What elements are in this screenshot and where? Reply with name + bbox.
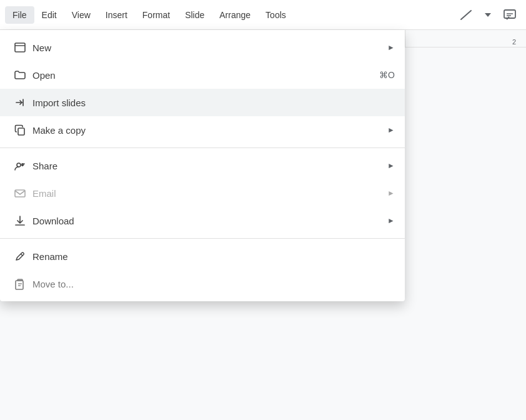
menubar-item-slide[interactable]: Slide [177, 6, 212, 24]
menubar-item-format[interactable]: Format [135, 6, 177, 24]
menubar-item-arrange[interactable]: Arrange [212, 6, 258, 24]
ruler-area: 2 [405, 30, 526, 48]
line-tool-dropdown[interactable] [482, 4, 494, 26]
menu-item-email-label: Email [32, 188, 382, 199]
divider-1 [0, 148, 405, 148]
comment-icon[interactable] [499, 4, 521, 26]
menu-item-make-copy-label: Make a copy [32, 125, 382, 136]
share-icon [10, 159, 30, 172]
menu-item-email[interactable]: Email ► [0, 179, 405, 207]
ruler-number: 2 [512, 38, 516, 46]
menubar-item-tools[interactable]: Tools [258, 6, 294, 24]
menu-item-import-slides[interactable]: Import slides [0, 89, 405, 116]
menubar-item-edit[interactable]: Edit [34, 6, 64, 24]
file-menu-dropdown: New ► Open ⌘O Import slides [0, 30, 405, 301]
svg-line-16 [21, 254, 23, 256]
divider-2 [0, 238, 405, 239]
svg-marker-1 [485, 13, 491, 17]
menubar-item-insert[interactable]: Insert [98, 6, 135, 24]
svg-rect-13 [15, 190, 25, 197]
menu-item-make-copy[interactable]: Make a copy ► [0, 116, 405, 144]
menu-item-rename-label: Rename [32, 251, 395, 262]
menu-item-new-arrow: ► [387, 43, 395, 52]
menu-item-open-shortcut: ⌘O [379, 70, 395, 80]
svg-rect-10 [18, 128, 24, 135]
menu-item-download-arrow: ► [387, 216, 395, 225]
line-tool-icon[interactable] [455, 4, 477, 26]
menu-item-move-to[interactable]: Move to... [0, 270, 405, 298]
download-icon [10, 214, 30, 227]
svg-line-0 [461, 11, 471, 19]
menubar-right-tools [455, 4, 521, 26]
menu-item-new-label: New [32, 42, 382, 53]
menu-item-download[interactable]: Download ► [0, 207, 405, 234]
menu-item-share[interactable]: Share ► [0, 152, 405, 179]
menu-item-share-arrow: ► [387, 161, 395, 170]
svg-rect-17 [16, 281, 23, 289]
import-slides-icon [10, 96, 30, 109]
menu-item-open[interactable]: Open ⌘O [0, 61, 405, 89]
menubar-item-view[interactable]: View [64, 6, 98, 24]
menu-item-share-label: Share [32, 161, 382, 171]
svg-point-11 [17, 163, 21, 167]
window-icon [10, 41, 30, 54]
move-icon [10, 278, 30, 290]
menu-item-download-label: Download [32, 216, 382, 226]
menu-item-import-slides-label: Import slides [32, 98, 395, 108]
copy-icon [10, 124, 30, 136]
menu-item-move-to-label: Move to... [32, 279, 395, 289]
folder-icon [10, 69, 30, 81]
rename-icon [10, 250, 30, 262]
menubar: File Edit View Insert Format Slide Arran… [0, 0, 526, 30]
ruler-top: 2 [405, 30, 526, 48]
menubar-item-file[interactable]: File [5, 6, 34, 24]
email-icon [10, 187, 30, 199]
svg-rect-6 [15, 43, 25, 52]
menu-item-email-arrow: ► [387, 189, 395, 198]
menu-item-open-label: Open [32, 70, 369, 81]
menu-item-rename[interactable]: Rename [0, 242, 405, 270]
menu-item-new[interactable]: New ► [0, 34, 405, 61]
menu-item-make-copy-arrow: ► [387, 126, 395, 134]
